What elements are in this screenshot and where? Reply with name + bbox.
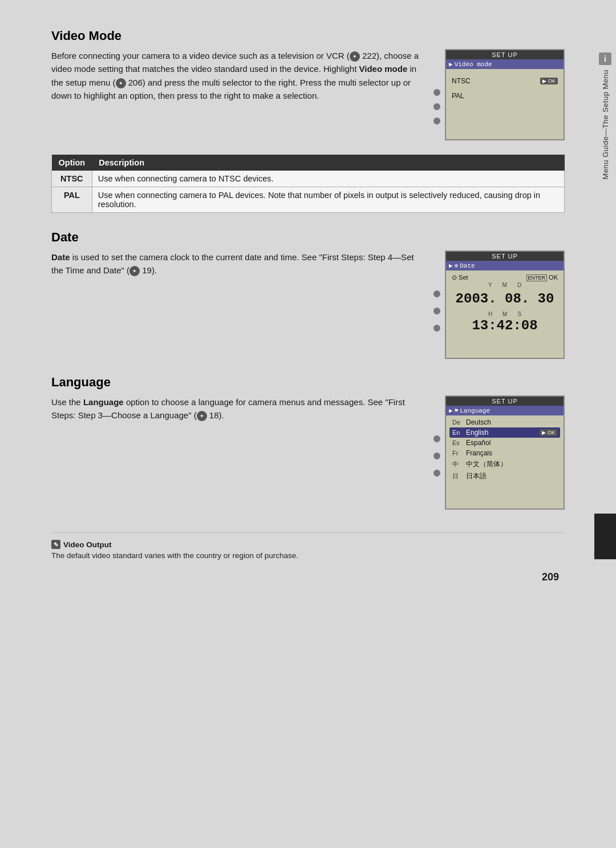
footer-note: ✎ Video Output The default video standar… [51, 532, 565, 560]
page-content: Video Mode Before connecting your camera… [17, 0, 599, 617]
lang-name-fr: Français [466, 449, 557, 457]
ctrl-dot-4 [433, 290, 440, 297]
date-row: Date is used to set the camera clock to … [51, 251, 565, 359]
language-section: Language Use the Language option to choo… [51, 375, 565, 510]
note-pencil-icon: ✎ [51, 540, 60, 549]
lcd-arrow-icon: ▶ [449, 60, 453, 68]
language-text: Use the Language option to choose a lang… [51, 395, 428, 422]
lang-row-de: De Deutsch [449, 417, 560, 427]
video-mode-title: Video Mode [51, 29, 565, 43]
video-mode-row: Before connecting your camera to a video… [51, 49, 565, 140]
svg-text:i: i [604, 54, 606, 63]
lcd-header-2: SET UP [446, 252, 564, 261]
lcd-language-menu-label: Language [460, 407, 490, 414]
lang-row-zh: 中 中文（简体） [449, 458, 560, 470]
lcd-clock-icon: ⊕ [455, 262, 459, 269]
lcd-time-value: 13:42:08 [452, 318, 558, 333]
lang-code-de: De [452, 419, 466, 426]
ntsc-option-label: NTSC [52, 171, 92, 187]
lcd-hms-labels: H M S [452, 311, 558, 317]
footer-note-text: The default video standard varies with t… [51, 551, 565, 560]
ref-icon-4: ✦ [197, 411, 207, 421]
lang-name-zh: 中文（简体） [466, 459, 557, 469]
lang-name-es: Español [466, 439, 557, 447]
lcd-video-mode-label: Video mode [455, 61, 492, 68]
ctrl-dot-3 [433, 118, 440, 124]
lang-row-ja: 日 日本語 [449, 470, 560, 482]
date-body1: is used to set the camera clock to the c… [51, 252, 414, 275]
lang-name-ja: 日本語 [466, 471, 557, 481]
sidebar-text: Menu Guide—The Setup Menu [601, 70, 610, 179]
lang-body1: Use the [51, 397, 83, 407]
lcd-arrow-icon-2: ▶ [449, 262, 453, 269]
language-row: Use the Language option to choose a lang… [51, 395, 565, 510]
lcd-ok-badge-1: ▶ OK [540, 78, 558, 84]
lcd-header-1: SET UP [446, 50, 564, 59]
options-table: Option Description NTSC Use when connect… [51, 155, 565, 213]
sidebar-black-accent [594, 514, 616, 559]
lcd-body-1: NTSC ▶ OK PAL [446, 69, 564, 106]
date-bold1: Date [51, 252, 70, 262]
lang-name-en: English [466, 429, 540, 437]
language-lcd-wrapper: SET UP ▶ ⚑ Language De Deutsch En E [445, 395, 565, 510]
video-mode-text: Before connecting your camera to a video… [51, 49, 428, 102]
ctrl-dot-1 [433, 89, 440, 96]
date-text: Date is used to set the camera clock to … [51, 251, 428, 277]
pal-option-label: PAL [52, 187, 92, 213]
date-title: Date [51, 230, 565, 245]
lcd-ymd-labels: Y M D [452, 282, 558, 288]
lcd-flag-icon: ⚑ [455, 407, 459, 414]
date-lcd-wrapper: SET UP ▶ ⊕ Date ⊙ Set ENTER OK Y M [445, 251, 565, 359]
table-col2-header: Description [92, 155, 564, 171]
date-lcd: SET UP ▶ ⊕ Date ⊙ Set ENTER OK Y M [445, 251, 565, 359]
lang-row-fr: Fr Français [449, 448, 560, 458]
video-mode-lcd-wrapper: SET UP ▶ Video mode NTSC ▶ OK PAL [445, 49, 565, 140]
ref-icon-1: ✦ [350, 51, 360, 62]
footer-note-title: ✎ Video Output [51, 540, 565, 549]
lang-code-ja: 日 [452, 472, 466, 480]
ctrl-dot-9 [433, 470, 440, 477]
lang-row-en: En English ▶ OK [449, 427, 560, 438]
footer-title-text: Video Output [63, 540, 112, 549]
language-title: Language [51, 375, 565, 390]
ref-icon-2: ✦ [116, 78, 126, 88]
ctrl-dot-6 [433, 325, 440, 332]
lang-bold1: Language [83, 397, 124, 407]
lcd-set-icon: ⊙ Set [452, 274, 468, 281]
sidebar-tab: i Menu Guide—The Setup Menu [594, 46, 616, 185]
ctrl-dot-7 [433, 435, 440, 442]
ntsc-description: Use when connecting camera to NTSC devic… [92, 171, 564, 187]
pal-description: Use when connecting camera to PAL device… [92, 187, 564, 213]
lcd-set-ok-row: ⊙ Set ENTER OK [452, 274, 558, 281]
lcd-date-body: ⊙ Set ENTER OK Y M D 2003. 08. 30 H M [446, 270, 564, 337]
menu-guide-icon: i [598, 51, 613, 66]
table-row-pal: PAL Use when connecting camera to PAL de… [52, 187, 565, 213]
video-mode-lcd: SET UP ▶ Video mode NTSC ▶ OK PAL [445, 49, 565, 140]
table-col1-header: Option [52, 155, 92, 171]
video-mode-body1: Before connecting your camera to a video… [51, 51, 350, 60]
language-lcd: SET UP ▶ ⚑ Language De Deutsch En E [445, 395, 565, 510]
lang-code-en: En [452, 429, 466, 436]
lang-row-es: Es Español [449, 438, 560, 448]
lcd-ntsc-row: NTSC ▶ OK [452, 75, 558, 87]
ref-icon-3: ✦ [129, 266, 140, 276]
lcd-date-menu-label: Date [460, 263, 475, 269]
lcd-menu-bar-2: ▶ ⊕ Date [446, 261, 564, 270]
lcd-menu-bar-3: ▶ ⚑ Language [446, 406, 564, 415]
lcd-lang-body: De Deutsch En English ▶ OK Es Español [446, 415, 564, 484]
lcd-menu-bar-1: ▶ Video mode [446, 59, 564, 69]
lcd-enter-ok: ENTER OK [526, 274, 558, 281]
lang-name-de: Deutsch [466, 418, 557, 426]
lcd-arrow-icon-3: ▶ [449, 407, 453, 414]
lang-code-fr: Fr [452, 450, 466, 457]
lcd-pal-label: PAL [452, 92, 464, 100]
lcd-date-value: 2003. 08. 30 [452, 289, 558, 309]
lcd-ok-badge-2: ▶ OK [540, 429, 557, 436]
video-mode-section: Video Mode Before connecting your camera… [51, 29, 565, 213]
lang-body3: 18). [207, 410, 224, 420]
page-number: 209 [51, 571, 565, 583]
lcd-ntsc-label: NTSC [452, 77, 471, 85]
lang-code-es: Es [452, 439, 466, 446]
table-row-ntsc: NTSC Use when connecting camera to NTSC … [52, 171, 565, 187]
date-body2: 19). [140, 265, 157, 275]
